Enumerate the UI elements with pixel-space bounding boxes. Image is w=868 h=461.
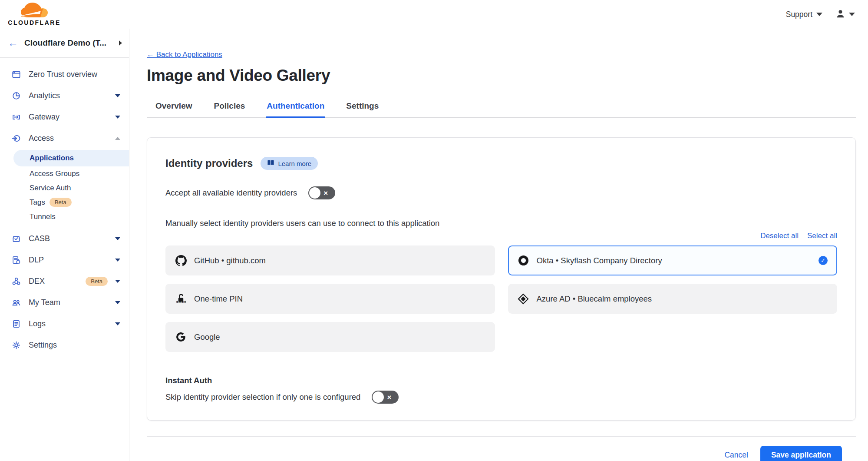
- back-to-applications-link[interactable]: ← Back to Applications: [147, 50, 222, 59]
- sidebar-item-access[interactable]: Access: [0, 128, 129, 149]
- provider-name: Okta • Skyflash Company Directory: [537, 256, 662, 265]
- sidebar-item-my-team[interactable]: My Team: [0, 292, 129, 313]
- cloudflare-wordmark: CLOUDFLARE: [8, 19, 60, 26]
- sidebar-item-analytics[interactable]: Analytics: [0, 85, 129, 106]
- sidebar-item-casb[interactable]: CASB: [0, 228, 129, 249]
- instant-auth-heading: Instant Auth: [165, 376, 837, 385]
- instant-auth-toggle[interactable]: ×: [372, 391, 399, 404]
- chevron-right-icon[interactable]: [119, 40, 122, 46]
- sidebar-subitem-label: Tunnels: [30, 212, 56, 221]
- sidebar-item-label: DLP: [29, 255, 108, 265]
- footer-actions: Cancel Save application: [147, 446, 856, 461]
- provider-name: GitHub • github.com: [194, 256, 266, 265]
- provider-name: One-time PIN: [194, 294, 243, 304]
- sidebar-item-gateway[interactable]: Gateway: [0, 106, 129, 128]
- chevron-down-icon[interactable]: [115, 280, 120, 283]
- sidebar-item-label: Access: [29, 134, 108, 143]
- learn-more-label: Learn more: [278, 160, 311, 167]
- beta-badge: Beta: [86, 277, 108, 286]
- account-name[interactable]: Cloudflare Demo (T...: [24, 38, 113, 48]
- accept-all-label: Accept all available identity providers: [165, 188, 297, 198]
- provider-name: Google: [194, 332, 220, 342]
- chevron-down-icon[interactable]: [115, 322, 120, 325]
- skip-selection-label: Skip identity provider selection if only…: [165, 392, 360, 402]
- footer-divider: [147, 436, 856, 437]
- support-label: Support: [786, 10, 812, 19]
- sidebar-nav: Zero Trust overview Analytics Gateway: [0, 58, 129, 356]
- support-menu[interactable]: Support: [786, 10, 822, 19]
- chevron-down-icon[interactable]: [115, 116, 120, 119]
- sidebar-item-label: DEX: [29, 277, 74, 286]
- provider-tile-github[interactable]: GitHub • github.com: [165, 245, 495, 275]
- sidebar-item-settings[interactable]: Settings: [0, 335, 129, 356]
- save-application-button[interactable]: Save application: [760, 446, 842, 461]
- dlp-document-lock-icon: [11, 255, 21, 265]
- cloudflare-cloud-icon: [16, 3, 53, 20]
- book-icon: [267, 159, 274, 167]
- sidebar-item-dex[interactable]: DEX Beta: [0, 271, 129, 292]
- accept-all-toggle[interactable]: ×: [308, 186, 335, 199]
- learn-more-badge[interactable]: Learn more: [261, 157, 318, 170]
- selected-check-icon: ✓: [818, 256, 828, 265]
- access-icon: [11, 133, 21, 143]
- chevron-down-icon: [816, 13, 822, 16]
- chevron-down-icon[interactable]: [115, 259, 120, 262]
- provider-tile-google[interactable]: Google: [165, 322, 495, 352]
- user-avatar-icon: [835, 9, 845, 20]
- sidebar-subitem-label: Tags: [30, 198, 45, 207]
- casb-box-check-icon: [11, 234, 21, 244]
- provider-name: Azure AD • Bluecalm employees: [537, 294, 652, 304]
- sidebar-item-service-auth[interactable]: Service Auth: [0, 181, 129, 195]
- back-arrow-icon[interactable]: ←: [8, 38, 18, 48]
- tab-authentication[interactable]: Authentication: [266, 97, 325, 117]
- analytics-pie-icon: [11, 91, 21, 101]
- chevron-down-icon: [849, 13, 855, 16]
- svg-text:****: ****: [176, 300, 186, 305]
- cancel-button[interactable]: Cancel: [724, 451, 748, 460]
- manual-select-hint: Manually select identity providers users…: [165, 219, 837, 228]
- chevron-up-icon[interactable]: [115, 137, 120, 140]
- provider-tile-okta[interactable]: Okta • Skyflash Company Directory ✓: [508, 245, 838, 275]
- sidebar-item-applications[interactable]: Applications: [13, 150, 129, 166]
- sidebar-item-access-groups[interactable]: Access Groups: [0, 166, 129, 181]
- chevron-down-icon[interactable]: [115, 94, 120, 97]
- logs-document-icon: [11, 319, 21, 329]
- topbar-actions: Support: [786, 9, 855, 20]
- sidebar-subitem-label: Service Auth: [30, 184, 71, 192]
- provider-tile-azure-ad[interactable]: Azure AD • Bluecalm employees: [508, 284, 838, 314]
- tab-overview[interactable]: Overview: [155, 97, 193, 117]
- sidebar-item-label: Logs: [29, 319, 108, 328]
- overview-window-icon: [11, 70, 21, 80]
- toggle-knob: [309, 187, 320, 199]
- sidebar-item-label: CASB: [29, 234, 108, 243]
- sidebar-item-dlp[interactable]: DLP: [0, 249, 129, 271]
- sidebar: ← Cloudflare Demo (T... Zero Trust overv…: [0, 29, 129, 461]
- beta-badge: Beta: [50, 198, 72, 207]
- sidebar-item-tunnels[interactable]: Tunnels: [0, 209, 129, 224]
- sidebar-item-tags[interactable]: Tags Beta: [0, 195, 129, 209]
- chevron-down-icon[interactable]: [115, 301, 120, 304]
- account-switcher: ← Cloudflare Demo (T...: [0, 29, 129, 58]
- main-content: ← Back to Applications Image and Video G…: [129, 29, 868, 461]
- page-title: Image and Video Gallery: [147, 66, 856, 85]
- sidebar-subitem-label: Access Groups: [30, 169, 79, 178]
- cloudflare-logo[interactable]: CLOUDFLARE: [6, 3, 63, 26]
- sidebar-item-label: My Team: [29, 298, 108, 307]
- azure-ad-icon: [518, 293, 529, 305]
- sidebar-item-logs[interactable]: Logs: [0, 313, 129, 335]
- chevron-down-icon[interactable]: [115, 237, 120, 240]
- sidebar-item-zero-trust-overview[interactable]: Zero Trust overview: [0, 64, 129, 85]
- gear-icon: [11, 340, 21, 350]
- identity-providers-heading: Identity providers: [165, 157, 253, 169]
- toggle-off-x-icon: ×: [323, 189, 328, 197]
- top-bar: CLOUDFLARE Support: [0, 0, 868, 29]
- team-people-icon: [11, 298, 21, 308]
- user-menu[interactable]: [835, 9, 855, 20]
- toggle-off-x-icon: ×: [387, 394, 391, 401]
- select-all-link[interactable]: Select all: [807, 232, 837, 240]
- deselect-all-link[interactable]: Deselect all: [760, 232, 799, 240]
- github-icon: [175, 255, 187, 267]
- tab-settings[interactable]: Settings: [345, 97, 380, 117]
- tab-policies[interactable]: Policies: [213, 97, 246, 117]
- provider-tile-one-time-pin[interactable]: **** One-time PIN: [165, 284, 495, 314]
